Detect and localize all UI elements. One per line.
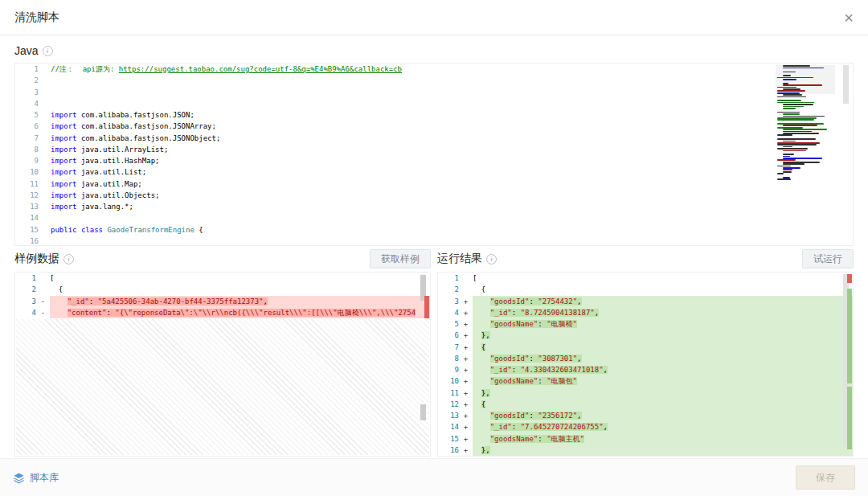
diff-sign: - (36, 307, 50, 318)
info-icon[interactable]: i (63, 254, 74, 264)
run-result-editor[interactable]: 1[2 {3+ "goodsId": "2754432",4+ "_id": "… (437, 272, 854, 457)
line-number: 6 (15, 121, 51, 132)
code-line-content: import java.util.List; (51, 166, 853, 178)
layers-icon (13, 472, 25, 484)
line-number: 6 (438, 330, 459, 341)
code-line-content: import java.util.HashMap; (51, 155, 853, 166)
code-line-content: import java.util.Objects; (51, 190, 853, 201)
diff-line: 10+ "goodsName": "电脑包" (438, 375, 853, 387)
code-line: 1//注： api源为: https://suggest.taobao.com/… (15, 64, 853, 75)
minimap[interactable] (776, 65, 835, 244)
line-number: 15 (15, 224, 51, 236)
code-line-content: import com.alibaba.fastjson.JSONArray; (51, 121, 853, 132)
code-lines: 1//注： api源为: https://suggest.taobao.com/… (15, 64, 853, 246)
diff-line: 3- "_id": "5a425506-34ab-4270-bf44-3375f… (15, 296, 430, 307)
get-sample-button[interactable]: 获取样例 (370, 249, 431, 268)
code-line: 3 (15, 87, 853, 98)
save-button[interactable]: 保存 (796, 465, 855, 490)
diff-line: 11+ }, (438, 387, 853, 399)
trial-run-button[interactable]: 试运行 (802, 249, 854, 268)
line-number: 2 (15, 75, 51, 86)
line-number: 11 (15, 178, 51, 190)
code-line-content (51, 98, 853, 109)
line-number: 4 (15, 307, 36, 318)
line-number: 12 (15, 190, 51, 201)
code-line-content: import com.alibaba.fastjson.JSON; (51, 109, 853, 121)
scrollbar-slider[interactable] (420, 404, 426, 420)
line-number: 14 (438, 421, 459, 432)
diff-line: 4+ "_id": "8.7245904138187", (438, 307, 853, 318)
line-number: 8 (15, 144, 51, 155)
bottom-panels: 样例数据 i 获取样例 1[2 {3- "_id": "5a425506-34a… (14, 246, 854, 457)
diff-line: 13+ "goodsId": "2356172", (438, 410, 853, 421)
diff-line: 12+ { (438, 399, 853, 410)
code-line-content (51, 87, 853, 98)
line-number: 5 (438, 318, 459, 330)
line-number: 11 (438, 387, 459, 399)
diff-line-content: [ (473, 273, 853, 284)
sample-data-title: 样例数据 (14, 252, 59, 266)
diff-line: 2 { (438, 284, 853, 295)
line-number: 4 (15, 98, 51, 109)
scrollbar-slider[interactable] (843, 65, 849, 104)
code-line: 10import java.util.List; (15, 166, 853, 178)
added-overview-mark (847, 289, 852, 383)
info-icon[interactable]: i (486, 254, 497, 264)
editor-scrollbar[interactable] (841, 64, 853, 245)
info-icon[interactable]: i (43, 46, 53, 56)
diff-line: 5+ "goodsName": "电脑椅" (438, 318, 853, 330)
java-code-editor[interactable]: 1//注： api源为: https://suggest.taobao.com/… (14, 63, 854, 246)
code-line-content: public class GaodeTransformEngine { (51, 224, 853, 236)
code-line: 4 (15, 98, 853, 109)
diff-sign (459, 273, 473, 284)
diff-line-content: "goodsId": "2356172", (473, 410, 853, 421)
code-line-content: import java.util.Map; (51, 178, 853, 190)
language-row: Java i (0, 35, 868, 63)
diff-sign: + (459, 307, 473, 318)
clean-script-modal: 清洗脚本 × Java i 1//注： api源为: https://sugge… (0, 0, 868, 496)
code-line-content: //注： api源为: https://suggest.taobao.com/s… (51, 64, 853, 75)
diff-sign: + (459, 421, 473, 432)
diff-sign (36, 273, 50, 284)
diff-filler-hatch (16, 319, 429, 455)
line-number: 8 (438, 353, 459, 364)
line-number: 1 (15, 273, 36, 284)
code-line: 14 (15, 212, 853, 223)
diff-sign: + (459, 433, 473, 445)
diff-line: 6+ }, (438, 330, 853, 341)
diff-sign: + (459, 445, 473, 456)
modal-title: 清洗脚本 (14, 10, 59, 25)
line-number: 14 (15, 212, 51, 223)
diff-line-content: }, (473, 387, 853, 399)
diff-sign: + (459, 364, 473, 375)
result-editor-scrollbar[interactable] (841, 273, 853, 456)
diff-line-content: "goodsName": "电脑包" (473, 375, 853, 387)
diff-line-content: "goodsName": "电脑椅" (473, 318, 853, 330)
sample-data-editor[interactable]: 1[2 {3- "_id": "5a425506-34ab-4270-bf44-… (14, 272, 431, 457)
line-number: 3 (15, 296, 36, 307)
diff-sign (459, 284, 473, 295)
sample-editor-scrollbar[interactable] (419, 273, 430, 456)
script-library-link[interactable]: 脚本库 (13, 471, 59, 485)
diff-sign: + (459, 399, 473, 410)
line-number: 16 (438, 445, 459, 456)
diff-line: 15+ "goodsName": "电脑主机" (438, 433, 853, 445)
close-icon[interactable]: × (844, 10, 854, 26)
diff-line: 1[ (438, 273, 853, 284)
code-line: 7import com.alibaba.fastjson.JSONObject; (15, 133, 853, 144)
line-number: 4 (438, 307, 459, 318)
code-line: 5import com.alibaba.fastjson.JSON; (15, 109, 853, 121)
diff-line-content: }, (473, 330, 853, 341)
sample-data-panel: 样例数据 i 获取样例 1[2 {3- "_id": "5a425506-34a… (14, 246, 431, 457)
code-line-content (51, 75, 853, 86)
code-line-content: import java.lang.*; (51, 201, 853, 212)
line-number: 13 (15, 201, 51, 212)
line-number: 3 (438, 296, 459, 307)
diff-sign: + (459, 318, 473, 330)
code-line-content (51, 212, 853, 223)
line-number: 2 (15, 284, 36, 295)
line-number: 7 (15, 133, 51, 144)
diff-line: 1[ (15, 273, 430, 284)
run-result-header: 运行结果 i 试运行 (437, 246, 854, 272)
minimap-viewport[interactable] (776, 65, 835, 94)
